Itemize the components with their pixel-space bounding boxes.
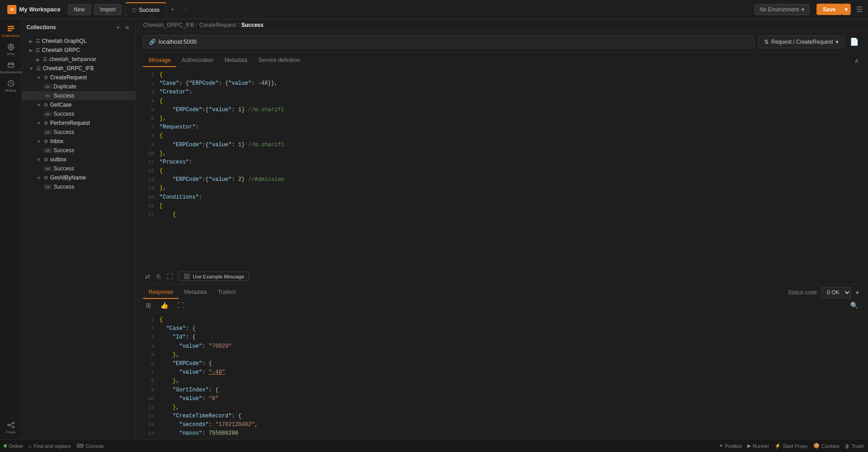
- request-url-display[interactable]: 🔗 localhost:5000: [143, 35, 755, 48]
- find-replace-button[interactable]: ⌕ Find and replace: [29, 443, 71, 449]
- apis-icon: [7, 43, 15, 51]
- trash-label: Trash: [852, 443, 864, 449]
- tree-label: GetCase: [50, 102, 132, 108]
- import-button[interactable]: Import: [94, 4, 122, 15]
- request-type-selector[interactable]: ⇅ Request / CreateRequest ▾: [758, 36, 844, 48]
- tab-trailers[interactable]: Trailers: [212, 286, 241, 299]
- search-resp-button[interactable]: 🔍: [847, 301, 861, 310]
- add-collection-button[interactable]: +: [114, 23, 122, 32]
- runner-icon: ▶: [747, 443, 751, 449]
- tree-item-perform-request[interactable]: ▼ ⚙ PerformRequest: [22, 118, 135, 128]
- more-collections-button[interactable]: ≡: [123, 23, 131, 32]
- tree-item-cheetah-grpc-ifb[interactable]: ▼ ☰ Cheetah_GRPC_IFB: [22, 64, 135, 73]
- status-code-select[interactable]: 0 OK: [821, 287, 851, 298]
- tree-item-getcase[interactable]: ▼ ⚙ GetCase: [22, 100, 135, 109]
- use-example-icon: ⬛: [184, 273, 190, 279]
- sidebar-item-apis[interactable]: APIs: [3, 41, 19, 57]
- message-code-editor[interactable]: 1{ 2"Case": {"ERPCode": {"value": -48}},…: [136, 67, 868, 269]
- tree-item-success-5[interactable]: ex Success: [22, 164, 135, 173]
- tree-item-duplicate[interactable]: ex Duplicate: [22, 82, 135, 91]
- tree-item-inbox[interactable]: ▼ ⚙ Inbox: [22, 137, 135, 146]
- env-chevron-icon: ▾: [801, 6, 804, 13]
- expand-icon-button[interactable]: ⛶: [165, 272, 175, 281]
- example-badge: ex: [44, 166, 52, 171]
- breadcrumb-part-3: Success: [241, 22, 263, 28]
- code-line: 4 "value": "70020": [136, 342, 868, 351]
- environments-label: Environments: [0, 70, 22, 74]
- active-tab[interactable]: ◫ Success: [125, 2, 166, 17]
- online-status[interactable]: Online: [4, 443, 23, 449]
- tree-item-success-2[interactable]: ex Success: [22, 109, 135, 118]
- code-line: 8 },: [136, 377, 868, 385]
- sidebar-item-flows[interactable]: Flows: [3, 419, 19, 436]
- tree-label: Success: [54, 147, 132, 154]
- breadcrumb-part-1[interactable]: Cheetah_GRPC_IFB: [143, 22, 194, 28]
- response-toolbar: ⊞ 👍 ⛶ 🔍: [136, 299, 868, 312]
- tree-item-success-4[interactable]: ex Success: [22, 146, 135, 155]
- online-dot-icon: [4, 444, 7, 447]
- code-line: 9 "SortIndex": {: [136, 386, 868, 395]
- tab-icon: ◫: [132, 7, 136, 12]
- copy-icon-button[interactable]: ⎘: [155, 272, 162, 281]
- response-code-editor[interactable]: 1{ 2 "Case": { 3 "Id": { 4 "value": "700…: [136, 312, 868, 439]
- workspace-name[interactable]: M My Workspace: [4, 5, 64, 14]
- collection-icon: ☰: [36, 38, 40, 44]
- start-proxy-button[interactable]: ⚡ Start Proxy: [775, 443, 807, 449]
- top-icons-button[interactable]: ☰: [854, 4, 864, 15]
- filter-icon-button[interactable]: ⊞: [143, 301, 154, 310]
- tree-item-outbox[interactable]: ▼ ⚙ outbox: [22, 155, 135, 164]
- status-code-display: Status code: 0 OK ▾: [788, 287, 861, 298]
- tree-item-cheetah-grpc[interactable]: ▶ ☰ Cheetah GRPC: [22, 46, 135, 55]
- postbot-button[interactable]: ✦ Postbot: [719, 443, 742, 449]
- more-tabs-button[interactable]: ···: [179, 5, 190, 15]
- sidebar-item-collections[interactable]: Collections: [3, 23, 19, 39]
- online-label: Online: [9, 443, 23, 449]
- tree-item-create-request[interactable]: ▼ ⚙ CreateRequest: [22, 73, 135, 82]
- use-example-button[interactable]: ⬛ Use Example Message: [179, 272, 249, 281]
- tab-authorization[interactable]: Authorization: [176, 54, 219, 67]
- status-dropdown-button[interactable]: ▾: [854, 288, 861, 297]
- collapse-icon-button[interactable]: ∧: [853, 56, 861, 65]
- breadcrumb-part-2[interactable]: CreateRequest: [199, 22, 236, 28]
- tree-item-cheetah-grpc-sub[interactable]: ▶ ☰ cheetah_behparvar: [22, 55, 135, 64]
- console-button[interactable]: ⌨ Console: [77, 443, 104, 449]
- tree-item-success-1[interactable]: ex Success: [22, 91, 135, 100]
- save-button[interactable]: Save: [817, 4, 842, 15]
- postbot-icon: ✦: [719, 443, 723, 449]
- tab-message[interactable]: Message: [143, 54, 176, 67]
- tab-metadata[interactable]: Metadata: [219, 54, 253, 67]
- sidebar-item-environments[interactable]: Environments: [3, 59, 19, 76]
- collection-icon: ☰: [36, 47, 40, 53]
- tab-metadata-resp[interactable]: Metadata: [179, 286, 212, 299]
- code-line: 7"Requestor":: [136, 123, 868, 132]
- thumbsup-icon-button[interactable]: 👍: [158, 301, 171, 310]
- folder-icon: ⚙: [44, 75, 48, 81]
- tree-item-success-3[interactable]: ex Success: [22, 128, 135, 137]
- format-icon-button[interactable]: ⇄: [143, 272, 152, 281]
- trash-button[interactable]: 🗑 Trash: [845, 443, 864, 449]
- tree-item-cheetah-graphql[interactable]: ▶ ☰ Cheetah GraphQL: [22, 36, 135, 46]
- tree-label: cheetah_behparvar: [49, 56, 132, 62]
- find-replace-label: Find and replace: [34, 443, 71, 449]
- runner-button[interactable]: ▶ Runner: [747, 443, 769, 449]
- sidebar-icons: Collections APIs Environments History Fl…: [0, 19, 22, 439]
- env-selector[interactable]: No Environment ▾: [755, 4, 809, 15]
- code-line: 3 "Id": {: [136, 333, 868, 342]
- tree-item-getallbyname[interactable]: ▼ ⚙ GetAllByName: [22, 173, 135, 182]
- code-line: 2"Case": {"ERPCode": {"value": -48}},: [136, 79, 868, 88]
- cookies-button[interactable]: 🍪 Cookies: [813, 443, 840, 449]
- chevron-down-icon: ▼: [36, 75, 41, 80]
- new-button[interactable]: New: [68, 4, 91, 15]
- new-tab-button[interactable]: +: [167, 5, 178, 15]
- tab-response[interactable]: Response: [143, 286, 179, 299]
- save-dropdown-button[interactable]: ▾: [842, 4, 851, 15]
- sidebar-item-history[interactable]: History: [3, 77, 19, 94]
- docs-icon-button[interactable]: 📄: [848, 36, 861, 47]
- expand-resp-icon-button[interactable]: ⛶: [175, 301, 186, 310]
- tab-service-definition[interactable]: Service definition: [253, 54, 305, 67]
- tree-item-success-6[interactable]: ex Success: [22, 182, 135, 191]
- response-tabs: Response Metadata Trailers Status code: …: [136, 284, 868, 299]
- tree-label: Cheetah_GRPC_IFB: [43, 65, 132, 72]
- folder-icon: ⚙: [44, 120, 48, 126]
- tree-label: Success: [54, 111, 132, 117]
